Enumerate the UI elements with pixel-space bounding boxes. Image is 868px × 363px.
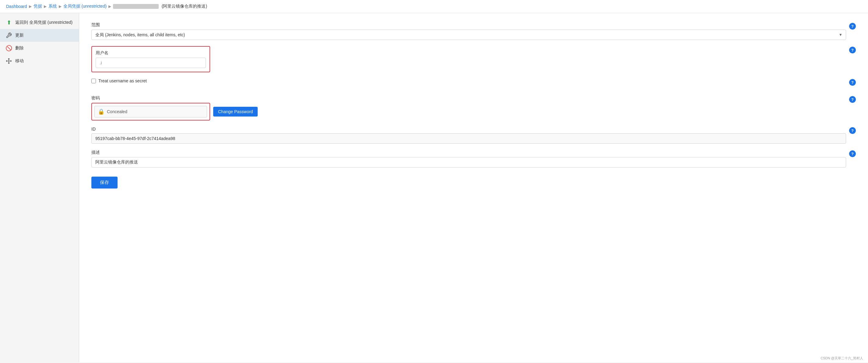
sidebar-item-update[interactable]: 更新	[0, 29, 79, 42]
scope-field-row: 范围 全局 (Jenkins, nodes, items, all child …	[91, 22, 856, 40]
scope-select[interactable]: 全局 (Jenkins, nodes, items, all child ite…	[91, 30, 846, 40]
id-input[interactable]	[91, 133, 846, 144]
description-input[interactable]	[91, 157, 846, 167]
username-help-icon[interactable]: ?	[849, 47, 856, 53]
username-input[interactable]	[96, 58, 206, 68]
move-icon	[5, 58, 12, 64]
lock-icon: 🔒	[98, 108, 104, 115]
password-outlined-box: 🔒 Concealed	[91, 103, 210, 120]
breadcrumb-sep-3: ▶	[59, 4, 62, 8]
password-concealed-display: 🔒 Concealed	[94, 106, 207, 117]
breadcrumb-sep-4: ▶	[108, 4, 111, 8]
password-full-wrapper: 🔒 Concealed Change Password	[91, 103, 846, 120]
main-layout: ⬆ 返回到 全局凭据 (unrestricted) 更新 🚫 删除	[0, 13, 868, 362]
treat-username-row: Treat username as secret ?	[91, 78, 856, 89]
treat-username-checkbox[interactable]	[91, 79, 96, 83]
breadcrumb-credentials[interactable]: 凭据	[33, 4, 42, 9]
sidebar-label-back: 返回到 全局凭据 (unrestricted)	[15, 20, 72, 25]
footer-attribution: CSDN @天草二十六_简村人	[820, 356, 863, 361]
breadcrumb-sep-1: ▶	[29, 4, 32, 8]
sidebar-label-move: 移动	[15, 58, 24, 64]
id-field-row: ID ?	[91, 127, 856, 144]
back-icon: ⬆	[5, 19, 12, 26]
id-container: ID	[91, 127, 846, 144]
treat-username-container: Treat username as secret	[91, 78, 846, 89]
breadcrumb-dashboard[interactable]: Dashboard	[6, 4, 27, 9]
delete-icon: 🚫	[5, 45, 12, 52]
scope-help-icon[interactable]: ?	[849, 23, 856, 30]
treat-username-help-icon[interactable]: ?	[849, 79, 856, 86]
username-outlined-box: 用户名	[91, 46, 210, 72]
breadcrumb-global[interactable]: 全局凭据 (unrestricted)	[63, 4, 106, 9]
username-field-row: 用户名 ?	[91, 46, 856, 72]
treat-username-label: Treat username as secret	[98, 78, 147, 83]
sidebar-item-move[interactable]: 移动	[0, 55, 79, 67]
save-section: 保存	[91, 173, 856, 189]
password-label: 密码	[91, 95, 846, 101]
username-label: 用户名	[96, 50, 206, 56]
sidebar-label-update: 更新	[15, 33, 24, 38]
password-container: 密码 🔒 Concealed Change Password	[91, 95, 846, 120]
scope-select-wrapper: 全局 (Jenkins, nodes, items, all child ite…	[91, 30, 846, 40]
scope-label: 范围	[91, 22, 846, 28]
description-field-row: 描述 ?	[91, 150, 856, 167]
change-password-button[interactable]: Change Password	[213, 107, 258, 116]
sidebar-label-delete: 删除	[15, 46, 24, 51]
password-field-row: 密码 🔒 Concealed Change Password ?	[91, 95, 856, 120]
treat-username-checkbox-row: Treat username as secret	[91, 78, 846, 83]
sidebar: ⬆ 返回到 全局凭据 (unrestricted) 更新 🚫 删除	[0, 13, 79, 362]
sidebar-item-delete[interactable]: 🚫 删除	[0, 42, 79, 55]
id-label: ID	[91, 127, 846, 132]
description-help-icon[interactable]: ?	[849, 150, 856, 157]
password-help-icon[interactable]: ?	[849, 96, 856, 103]
username-container: 用户名	[91, 46, 846, 72]
breadcrumb-sep-2: ▶	[44, 4, 46, 8]
sidebar-item-back[interactable]: ⬆ 返回到 全局凭据 (unrestricted)	[0, 16, 79, 29]
breadcrumb-system[interactable]: 系统	[49, 4, 57, 9]
breadcrumb-description: (阿里云镜像仓库的推送)	[160, 4, 207, 9]
scope-container: 范围 全局 (Jenkins, nodes, items, all child …	[91, 22, 846, 40]
description-label: 描述	[91, 150, 846, 155]
save-button[interactable]: 保存	[91, 177, 118, 189]
id-help-icon[interactable]: ?	[849, 127, 856, 134]
wrench-icon	[5, 32, 12, 39]
breadcrumb: Dashboard ▶ 凭据 ▶ 系统 ▶ 全局凭据 (unrestricted…	[0, 0, 868, 13]
concealed-text: Concealed	[107, 109, 127, 114]
breadcrumb-masked-id: ██████ / ██████	[113, 4, 159, 9]
main-content: 范围 全局 (Jenkins, nodes, items, all child …	[79, 13, 868, 362]
description-container: 描述	[91, 150, 846, 167]
